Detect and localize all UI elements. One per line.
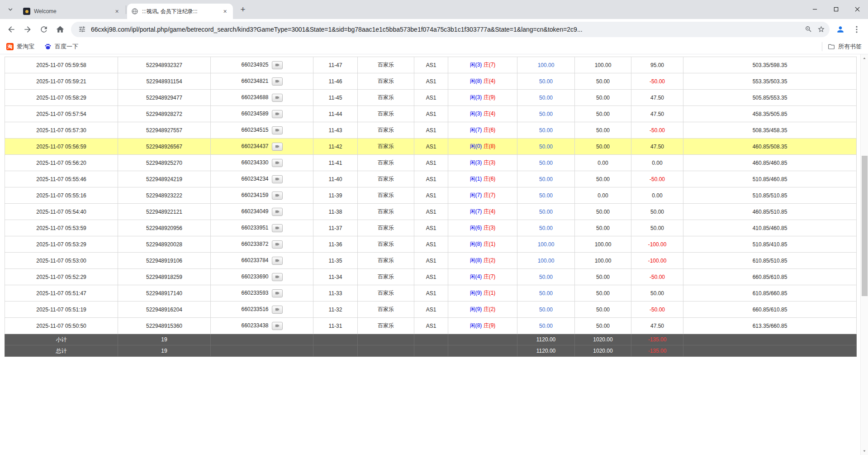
cell-game-number: 660234688	[211, 90, 313, 106]
table-row[interactable]: 2025-11-07 05:57:54 522948928272 6602345…	[5, 106, 857, 122]
table-row[interactable]: 2025-11-07 05:56:20 522948925270 6602343…	[5, 155, 857, 171]
cell-game-number: 660233593	[211, 285, 313, 302]
video-playback-icon[interactable]	[272, 208, 283, 216]
cell-table-name: AS1	[414, 236, 448, 253]
video-playback-icon[interactable]	[272, 143, 283, 151]
tab-welcome[interactable]: Welcome ×	[19, 4, 125, 19]
summary-cell-empty	[358, 334, 414, 345]
table-row[interactable]: 2025-11-07 05:53:59 522948920956 6602339…	[5, 220, 857, 236]
game-number-text: 660234925	[241, 62, 268, 68]
tab-betrecord[interactable]: :::视讯, 会员下注纪录::: ×	[127, 4, 233, 19]
table-row[interactable]: 2025-11-07 05:57:30 522948927557 6602345…	[5, 122, 857, 139]
cell-game-number: 660234437	[211, 139, 313, 155]
table-row[interactable]: 2025-11-07 05:55:16 522948923222 6602341…	[5, 187, 857, 204]
profile-avatar-icon[interactable]	[832, 21, 849, 38]
video-playback-icon[interactable]	[272, 306, 283, 314]
table-row[interactable]: 2025-11-07 05:56:59 522948926567 6602344…	[5, 139, 857, 155]
bookmark-aitaobao[interactable]: 淘 爱淘宝	[6, 43, 34, 51]
taobao-favicon-icon: 淘	[6, 43, 14, 50]
cell-win-loss: 47.50	[631, 318, 683, 334]
cell-bet-time: 2025-11-07 05:59:21	[5, 73, 118, 90]
bookmark-baidu[interactable]: 百度一下	[44, 43, 78, 51]
cell-game-type: 百家乐	[358, 269, 414, 285]
video-playback-icon[interactable]	[272, 273, 283, 281]
cell-valid-amount: 50.00	[575, 73, 631, 90]
tab-close-icon[interactable]: ×	[113, 8, 121, 15]
table-row[interactable]: 2025-11-07 05:58:29 522948929477 6602346…	[5, 90, 857, 106]
table-row[interactable]: 2025-11-07 05:54:40 522948922121 6602340…	[5, 204, 857, 220]
chevron-down-icon[interactable]	[5, 4, 16, 15]
bookmark-star-icon[interactable]	[815, 23, 827, 36]
all-bookmarks-button[interactable]: 所有书签	[828, 43, 862, 51]
new-tab-button[interactable]: +	[237, 3, 249, 16]
cell-table-name: AS1	[414, 155, 448, 171]
table-row[interactable]: 2025-11-07 05:51:19 522948916204 6602335…	[5, 302, 857, 318]
table-row[interactable]: 2025-11-07 05:51:47 522948917140 6602335…	[5, 285, 857, 302]
table-row[interactable]: 2025-11-07 05:50:50 522948915360 6602334…	[5, 318, 857, 334]
video-playback-icon[interactable]	[272, 289, 283, 297]
video-playback-icon[interactable]	[272, 322, 283, 330]
cell-bet-time: 2025-11-07 05:55:16	[5, 187, 118, 204]
cell-game-type: 百家乐	[358, 57, 414, 73]
video-playback-icon[interactable]	[272, 175, 283, 183]
video-playback-icon[interactable]	[272, 94, 283, 102]
video-playback-icon[interactable]	[272, 61, 283, 69]
table-row[interactable]: 2025-11-07 05:59:21 522948931154 6602348…	[5, 73, 857, 90]
menu-dots-icon[interactable]	[849, 21, 865, 38]
video-playback-icon[interactable]	[272, 224, 283, 232]
table-row[interactable]: 2025-11-07 05:59:58 522948932327 6602349…	[5, 57, 857, 73]
cell-round: 11-38	[313, 204, 358, 220]
table-row[interactable]: 2025-11-07 05:53:29 522948920028 6602338…	[5, 236, 857, 253]
game-number-text: 660234159	[241, 192, 268, 198]
back-icon[interactable]	[3, 21, 19, 38]
url-bar[interactable]: 66cxkj98.com/ipl/portal.php/game/betreco…	[71, 22, 830, 37]
summary-cell-empty	[211, 345, 313, 357]
banker-result: 庄(3)	[484, 159, 496, 166]
cell-win-loss: 47.50	[631, 106, 683, 122]
cell-balance: 660.85/610.85	[683, 269, 857, 285]
cell-bet-amount: 50.00	[517, 139, 575, 155]
cell-win-loss: -50.00	[631, 73, 683, 90]
table-row[interactable]: 2025-11-07 05:55:46 522948924219 6602342…	[5, 171, 857, 187]
scroll-down-icon[interactable]	[861, 447, 868, 455]
cell-bet-time: 2025-11-07 05:50:50	[5, 318, 118, 334]
video-playback-icon[interactable]	[272, 192, 283, 200]
cell-order-number: 522948924219	[118, 171, 211, 187]
cell-valid-amount: 50.00	[575, 302, 631, 318]
video-playback-icon[interactable]	[272, 77, 283, 86]
close-button[interactable]	[847, 0, 868, 18]
cell-win-loss: -50.00	[631, 269, 683, 285]
cell-round: 11-34	[313, 269, 358, 285]
home-icon[interactable]	[52, 21, 68, 38]
banker-result: 庄(3)	[484, 225, 496, 231]
cell-win-loss: 0.00	[631, 155, 683, 171]
vertical-scrollbar[interactable]	[860, 54, 868, 455]
video-playback-icon[interactable]	[272, 126, 283, 134]
cell-balance: 610.85/510.85	[683, 253, 857, 269]
cell-round: 11-39	[313, 187, 358, 204]
table-row[interactable]: 2025-11-07 05:53:00 522948919106 6602337…	[5, 253, 857, 269]
video-playback-icon[interactable]	[272, 257, 283, 265]
zoom-icon[interactable]	[802, 23, 815, 36]
video-playback-icon[interactable]	[272, 110, 283, 118]
cell-win-loss: 50.00	[631, 204, 683, 220]
site-info-icon[interactable]	[76, 23, 88, 36]
cell-round: 11-44	[313, 106, 358, 122]
tab-close-icon[interactable]: ×	[221, 8, 229, 15]
scrollbar-thumb[interactable]	[862, 156, 868, 296]
cell-game-number: 660234049	[211, 204, 313, 220]
summary-cell-empty	[358, 345, 414, 357]
cell-balance: 610.85/660.85	[683, 285, 857, 302]
tab-title: :::视讯, 会员下注纪录:::	[142, 8, 218, 15]
minimize-button[interactable]	[804, 0, 825, 18]
maximize-button[interactable]	[825, 0, 847, 18]
video-playback-icon[interactable]	[272, 159, 283, 167]
forward-icon[interactable]	[19, 21, 36, 38]
video-playback-icon[interactable]	[272, 240, 283, 249]
cell-order-number: 522948918259	[118, 269, 211, 285]
bet-table-body: 2025-11-07 05:59:58 522948932327 6602349…	[5, 57, 857, 357]
reload-icon[interactable]	[36, 21, 52, 38]
table-row[interactable]: 2025-11-07 05:52:29 522948918259 6602336…	[5, 269, 857, 285]
scroll-up-icon[interactable]	[861, 55, 868, 62]
cell-bet-amount: 50.00	[517, 318, 575, 334]
